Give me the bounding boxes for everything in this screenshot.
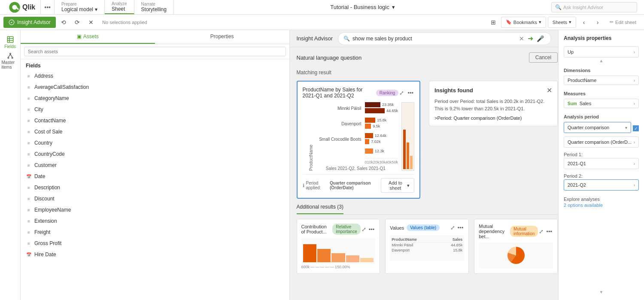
field-item-grossprofit[interactable]: ≡ Gross Profit [21,238,289,249]
measure-sales[interactable]: Sum Sales › [564,99,639,108]
field-item-customer[interactable]: ≡ Customer [21,160,289,171]
nav-analyze[interactable]: Analyze Sheet [105,0,134,14]
sidebar-tabs: ▣ Assets Properties [21,30,289,44]
ia-go-btn[interactable]: ➜ [526,34,535,42]
search-assets-input[interactable] [24,47,286,56]
period-dropdown[interactable]: Quarter comparison (OrderD... › [564,136,639,148]
next-sheet-btn[interactable]: › [592,16,604,28]
field-icon: ≡ [26,140,32,146]
period1-select[interactable]: 2021-Q1 › [564,158,639,169]
additional-results-header: Additional results (3) [297,204,343,214]
insights-period-link[interactable]: >Period: Quarter comparison (OrderDate) [434,115,552,121]
nav-narrate[interactable]: Narrate Storytelling [134,0,174,14]
field-item-avgcall[interactable]: ≡ AverageCallSatisfaction [21,82,289,93]
field-item-freight[interactable]: ≡ Freight [21,227,289,238]
sheets-btn[interactable]: Sheets ▾ [548,17,576,28]
field-item-date[interactable]: 📅 Date [21,171,289,182]
period1-label: Period 1: [564,152,639,157]
period-checkbox[interactable]: ✓ [633,125,639,131]
ia-mic-btn[interactable]: 🎤 [535,35,546,42]
field-icon: ≡ [26,84,32,90]
mini-card-mutual: Mutual dependency bet... Mutual informat… [474,219,558,274]
down-arrow-icon: ▼ [599,290,604,294]
field-item-contact[interactable]: ≡ ContactName [21,115,289,126]
selection-back-btn[interactable]: ⟲ [58,16,70,28]
nav-master-btn[interactable]: Master items [2,52,19,70]
values-more-btn[interactable]: ••• [457,224,465,232]
field-item-countrycode[interactable]: ≡ CountryCode [21,148,289,160]
expand-mini-btn[interactable]: ⤢ [361,225,367,233]
properties-tab[interactable]: Properties [155,30,289,44]
additional-results-section: Additional results (3) Contribution of P… [297,204,558,274]
mini-card-title: Contribution of Product... Relative impo… [301,224,361,235]
mini-card-header: Contribution of Product... Relative impo… [301,224,376,235]
mini-more-btn[interactable]: ••• [368,225,376,233]
bar-label: Davenport [313,121,365,126]
grid-view-btn[interactable]: ⊞ [487,16,499,28]
content-area: Natural language question Cancel Matchin… [290,47,559,300]
edit-sheet-btn[interactable]: ✏ Edit sheet [605,17,641,28]
field-item-country[interactable]: ≡ Country [21,137,289,148]
field-item-address[interactable]: ≡ Address [21,70,289,82]
bar-container: 23.35k 44.65k [365,102,398,114]
insights-close-btn[interactable]: ✕ [547,86,552,94]
field-item-city[interactable]: ≡ City [21,104,289,115]
bar-row-other: 12.3k [313,148,398,155]
bar-container: 12.3k [365,148,398,155]
selection-forward-btn[interactable]: ⟳ [71,16,83,28]
up-select[interactable]: Up › [564,46,639,58]
field-item-employee[interactable]: ≡ EmployeeName [21,204,289,215]
calendar-icon: 📅 [26,173,32,179]
quarter-comparison-select[interactable]: Quarter comparison ▾ [564,122,631,133]
no-selections-text: No selections applied [99,20,151,25]
ia-clear-btn[interactable]: ✕ [517,35,526,42]
chart-footer-info: ℹ Period applied: Quarter comparison (Or… [303,181,381,190]
add-to-sheet-button[interactable]: Add to sheet ▾ [381,178,414,193]
ia-header: Insight Advisor 🔍 ✕ ➜ 🎤 [290,30,559,47]
assets-tab[interactable]: ▣ Assets [21,30,155,44]
mutual-more-btn[interactable]: ••• [545,227,553,236]
table-row: Davenport 15.8k [392,248,462,253]
qlik-logo[interactable]: Qlik [3,0,41,14]
field-item-description[interactable]: ≡ Description [21,182,289,193]
app-title[interactable]: Tutorial - Business logic ▾ [330,4,395,10]
nav-fields-label: Fields [4,44,16,49]
bookmarks-btn[interactable]: 🔖 Bookmarks ▾ [501,17,546,28]
svg-rect-4 [7,36,13,42]
prev-sheet-btn[interactable]: ‹ [578,16,590,28]
field-icon: ≡ [26,229,32,235]
bar-value: 12.64k [375,133,386,138]
ia-search-icon: 🔍 [343,36,350,42]
explore-link[interactable]: 2 options available [564,203,639,208]
cancel-button[interactable]: Cancel [529,52,558,63]
analysis-period-label: Analysis period [564,114,639,119]
period2-select[interactable]: 2021-Q2 › [564,179,639,191]
field-item-discount[interactable]: ≡ Discount [21,193,289,204]
ia-search-input[interactable] [352,36,517,42]
chart-more-btn[interactable]: ••• [407,89,414,97]
nlq-title: Natural language question [297,55,362,61]
info-icon: ℹ [303,183,304,188]
insight-advisor-button[interactable]: Insight Advisor [3,17,56,28]
ask-insight-search[interactable]: 🔍 Ask Insight Advisor [551,2,637,12]
fields-section-label: Fields [21,59,289,70]
nav-prepare[interactable]: Prepare Logical model ▾ [55,0,105,14]
field-item-costofsale[interactable]: ≡ Cost of Sale [21,126,289,137]
expand-values-btn[interactable]: ⤢ [450,224,456,232]
values-table-area: ProductName Sales Minnki Päisil 44.65k D… [390,235,464,261]
mini-card-contribution: Contribution of Product... Relative impo… [297,219,380,274]
nav-fields-btn[interactable]: Fields [2,33,19,51]
main-chart-card: ProductName by Sales for 2021-Q1 and 202… [297,81,421,199]
nav-more-btn[interactable]: ••• [41,0,55,14]
dimension-productname[interactable]: ProductName › [564,76,639,85]
clear-selections-btn[interactable]: ✕ [85,16,97,28]
mini-bar [303,244,316,262]
field-item-extension[interactable]: ≡ Extension [21,215,289,227]
field-item-hiredate[interactable]: 📅 Hire Date [21,249,289,260]
field-item-category[interactable]: ≡ CategoryName [21,93,289,104]
expand-chart-btn[interactable]: ⤢ [398,89,405,97]
expand-mutual-btn[interactable]: ⤢ [538,227,544,236]
dimensions-label: Dimensions [564,68,639,73]
svg-line-11 [8,55,10,58]
prepare-value: Logical model ▾ [61,6,97,12]
